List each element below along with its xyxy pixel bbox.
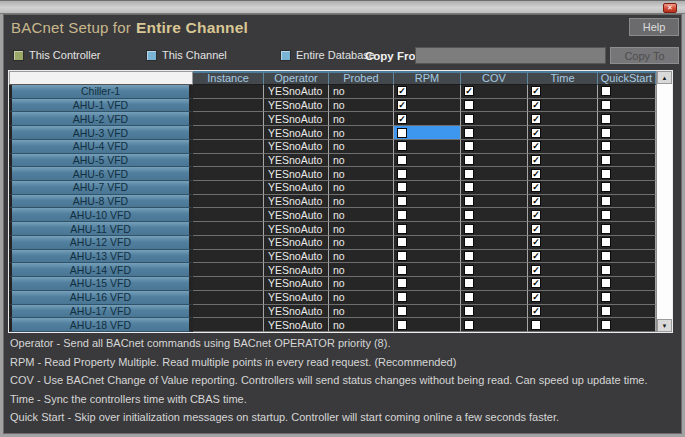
cov-checkbox[interactable] <box>464 128 474 138</box>
cov-cell[interactable] <box>461 99 528 113</box>
quickstart-checkbox[interactable] <box>601 114 611 124</box>
row-name-cell[interactable]: Chiller-1 <box>9 85 193 99</box>
quickstart-checkbox[interactable] <box>601 141 611 151</box>
operator-cell[interactable]: YESnoAuto <box>264 126 329 140</box>
rpm-checkbox[interactable] <box>397 128 407 138</box>
time-cell[interactable]: ✓ <box>528 99 598 113</box>
time-checkbox[interactable]: ✓ <box>531 169 541 179</box>
row-name-cell[interactable]: AHU-10 VFD <box>9 208 193 222</box>
cov-checkbox[interactable] <box>464 114 474 124</box>
quickstart-cell[interactable] <box>598 250 656 264</box>
cov-checkbox[interactable] <box>464 210 474 220</box>
cov-checkbox[interactable] <box>464 224 474 234</box>
cov-checkbox[interactable]: ✓ <box>464 86 474 96</box>
quickstart-checkbox[interactable] <box>601 155 611 165</box>
cov-cell[interactable] <box>461 208 528 222</box>
scope-entire-database[interactable]: Entire Database <box>280 48 375 62</box>
row-name-cell[interactable]: AHU-13 VFD <box>9 250 193 264</box>
time-cell[interactable]: ✓ <box>528 291 598 305</box>
cov-cell[interactable] <box>461 154 528 168</box>
rpm-cell[interactable] <box>394 140 461 154</box>
probed-cell[interactable]: no <box>329 126 394 140</box>
time-checkbox[interactable]: ✓ <box>531 196 541 206</box>
cov-checkbox[interactable] <box>464 182 474 192</box>
probed-cell[interactable]: no <box>329 318 394 332</box>
rpm-cell[interactable] <box>394 291 461 305</box>
rpm-cell[interactable] <box>394 305 461 319</box>
cov-checkbox[interactable] <box>464 306 474 316</box>
operator-cell[interactable]: YESnoAuto <box>264 154 329 168</box>
rpm-cell[interactable] <box>394 222 461 236</box>
probed-cell[interactable]: no <box>329 112 394 126</box>
cov-cell[interactable] <box>461 305 528 319</box>
instance-cell[interactable] <box>193 236 264 250</box>
instance-cell[interactable] <box>193 140 264 154</box>
vertical-scrollbar[interactable]: ▲ ▼ <box>656 71 672 332</box>
row-name-cell[interactable]: AHU-18 VFD <box>9 318 193 332</box>
probed-cell[interactable]: no <box>329 195 394 209</box>
probed-cell[interactable]: no <box>329 222 394 236</box>
cov-cell[interactable] <box>461 263 528 277</box>
cov-checkbox[interactable] <box>464 292 474 302</box>
quickstart-cell[interactable] <box>598 195 656 209</box>
cov-cell[interactable] <box>461 167 528 181</box>
rpm-checkbox[interactable] <box>397 292 407 302</box>
rpm-cell[interactable]: ✓ <box>394 112 461 126</box>
time-cell[interactable]: ✓ <box>528 195 598 209</box>
time-checkbox[interactable]: ✓ <box>531 182 541 192</box>
cov-cell[interactable] <box>461 291 528 305</box>
probed-cell[interactable]: no <box>329 154 394 168</box>
quickstart-cell[interactable] <box>598 318 656 332</box>
quickstart-checkbox[interactable] <box>601 182 611 192</box>
probed-cell[interactable]: no <box>329 291 394 305</box>
time-cell[interactable]: ✓ <box>528 140 598 154</box>
operator-cell[interactable]: YESnoAuto <box>264 236 329 250</box>
quickstart-cell[interactable] <box>598 140 656 154</box>
operator-cell[interactable]: YESnoAuto <box>264 181 329 195</box>
rpm-checkbox[interactable] <box>397 306 407 316</box>
cov-cell[interactable] <box>461 236 528 250</box>
rpm-checkbox[interactable] <box>397 265 407 275</box>
rpm-cell[interactable] <box>394 277 461 291</box>
probed-cell[interactable]: no <box>329 99 394 113</box>
rpm-cell[interactable]: ✓ <box>394 99 461 113</box>
cov-checkbox[interactable] <box>464 278 474 288</box>
quickstart-checkbox[interactable] <box>601 224 611 234</box>
rpm-checkbox[interactable] <box>397 182 407 192</box>
scrollbar-thumb[interactable] <box>657 84 672 319</box>
rpm-cell[interactable] <box>394 318 461 332</box>
rpm-checkbox[interactable] <box>397 169 407 179</box>
instance-cell[interactable] <box>193 250 264 264</box>
quickstart-cell[interactable] <box>598 167 656 181</box>
quickstart-checkbox[interactable] <box>601 306 611 316</box>
rpm-checkbox[interactable] <box>397 278 407 288</box>
row-name-cell[interactable]: AHU-15 VFD <box>9 277 193 291</box>
rpm-checkbox[interactable]: ✓ <box>397 100 407 110</box>
row-name-cell[interactable]: AHU-11 VFD <box>9 222 193 236</box>
time-cell[interactable]: ✓ <box>528 222 598 236</box>
scope-this-channel[interactable]: This Channel <box>146 48 227 62</box>
instance-cell[interactable] <box>193 305 264 319</box>
operator-cell[interactable]: YESnoAuto <box>264 195 329 209</box>
rpm-checkbox[interactable]: ✓ <box>397 86 407 96</box>
rpm-cell[interactable] <box>394 167 461 181</box>
cov-cell[interactable]: ✓ <box>461 85 528 99</box>
row-name-cell[interactable]: AHU-17 VFD <box>9 305 193 319</box>
cov-checkbox[interactable] <box>464 100 474 110</box>
quickstart-cell[interactable] <box>598 154 656 168</box>
row-name-cell[interactable]: AHU-3 VFD <box>9 126 193 140</box>
rpm-checkbox[interactable]: ✓ <box>397 114 407 124</box>
instance-cell[interactable] <box>193 99 264 113</box>
time-checkbox[interactable]: ✓ <box>531 237 541 247</box>
instance-cell[interactable] <box>193 181 264 195</box>
quickstart-checkbox[interactable] <box>601 292 611 302</box>
row-name-cell[interactable]: AHU-6 VFD <box>9 167 193 181</box>
operator-cell[interactable]: YESnoAuto <box>264 99 329 113</box>
instance-cell[interactable] <box>193 112 264 126</box>
operator-cell[interactable]: YESnoAuto <box>264 263 329 277</box>
probed-cell[interactable]: no <box>329 250 394 264</box>
time-cell[interactable]: ✓ <box>528 236 598 250</box>
quickstart-cell[interactable] <box>598 263 656 277</box>
cov-cell[interactable] <box>461 112 528 126</box>
quickstart-cell[interactable] <box>598 277 656 291</box>
